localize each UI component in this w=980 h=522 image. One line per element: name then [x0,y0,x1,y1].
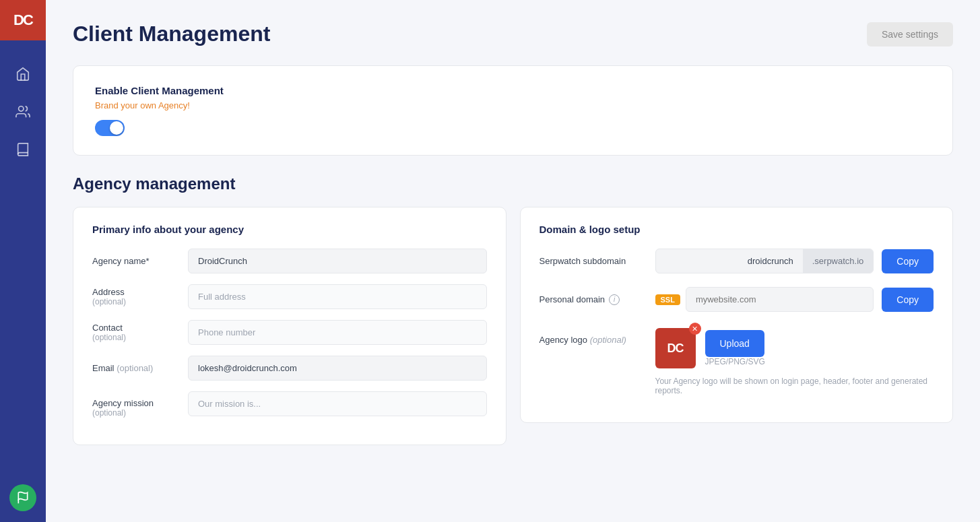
address-row: Address(optional) [92,284,487,309]
logo-format: JPEG/PNG/SVG [705,357,765,366]
contact-row: Contact(optional) [92,320,487,345]
agency-name-label: Agency name* [92,256,180,266]
ssl-domain-wrapper: SSL [655,287,874,312]
logo-icon: DC [13,11,32,29]
personal-domain-row: Personal domain i SSL Copy [540,287,934,312]
mission-row: Agency mission(optional) [92,391,487,418]
personal-domain-copy-button[interactable]: Copy [882,288,934,312]
logo-remove-button[interactable]: ✕ [689,323,701,335]
sidebar-item-book[interactable] [9,136,36,163]
page-title: Client Management [73,22,270,46]
contact-input[interactable] [188,320,487,345]
sidebar-flag-button[interactable] [9,484,36,511]
sidebar-item-home[interactable] [9,61,36,88]
upload-btn-wrapper: Upload JPEG/PNG/SVG [705,330,765,366]
mission-input[interactable] [188,391,487,416]
save-settings-button[interactable]: Save settings [867,22,953,46]
sidebar-item-users[interactable] [9,98,36,125]
toggle-wrapper [95,120,931,136]
personal-domain-label: Personal domain i [540,294,647,305]
enable-card: Enable Client Management Brand your own … [73,65,953,156]
sidebar: DC [0,0,46,522]
subdomain-input[interactable] [656,249,803,273]
subdomain-row: Serpwatch subdomain .serpwatch.io Copy [540,249,934,273]
svg-point-0 [19,106,24,111]
users-icon [15,104,30,119]
logo-preview-icon: DC [667,341,684,356]
agency-name-row: Agency name* [92,249,487,273]
address-label: Address(optional) [92,287,180,306]
toggle-thumb [110,121,123,135]
subdomain-suffix: .serpwatch.io [803,249,874,273]
agency-name-input[interactable] [188,249,487,273]
email-row: Email (optional) [92,356,487,381]
logo-upload-area: ✕ DC Upload JPEG/PNG/SVG [655,328,934,368]
page-header: Client Management Save settings [73,22,953,46]
primary-info-card: Primary info about your agency Agency na… [73,207,507,445]
enable-section-subtitle: Brand your own Agency! [95,100,931,110]
subdomain-input-group: .serpwatch.io [655,249,874,273]
home-icon [15,67,30,81]
personal-domain-input[interactable] [686,288,873,311]
flag-icon [16,491,30,504]
logo-preview: ✕ DC [655,328,696,368]
primary-info-title: Primary info about your agency [92,224,487,235]
sidebar-nav [9,54,36,484]
email-input[interactable] [188,356,487,381]
email-label: Email (optional) [92,363,180,373]
logo-row: Agency logo (optional) ✕ DC Upload JPEG/… [540,328,934,395]
book-icon [15,142,30,157]
domain-logo-card: Domain & logo setup Serpwatch subdomain … [520,207,954,423]
agency-two-col: Primary info about your agency Agency na… [73,207,953,445]
agency-section-title: Agency management [73,174,953,193]
logo-label: Agency logo (optional) [540,328,647,345]
subdomain-label: Serpwatch subdomain [540,256,647,266]
enable-section-title: Enable Client Management [95,85,931,96]
domain-logo-title: Domain & logo setup [540,224,934,235]
contact-label: Contact(optional) [92,323,180,342]
upload-button[interactable]: Upload [705,330,764,357]
personal-input-group [686,287,874,312]
sidebar-bottom [9,484,36,522]
main-content: Client Management Save settings Enable C… [46,0,980,522]
subdomain-copy-button[interactable]: Copy [882,249,934,273]
ssl-badge: SSL [655,294,680,305]
logo-note: Your Agency logo will be shown on login … [655,377,934,395]
enable-toggle[interactable] [95,120,125,136]
address-input[interactable] [188,284,487,309]
mission-label: Agency mission(optional) [92,391,180,418]
sidebar-logo[interactable]: DC [0,0,46,40]
info-icon: i [609,294,620,305]
logo-upload-section: ✕ DC Upload JPEG/PNG/SVG Your Agency log… [655,328,934,395]
